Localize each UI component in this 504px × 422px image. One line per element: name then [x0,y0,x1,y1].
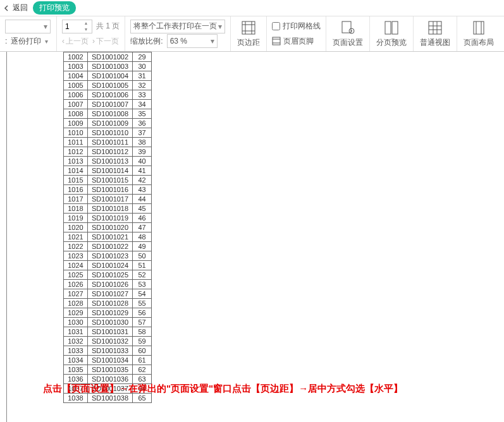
table-cell: 44 [133,195,152,204]
preview-table: 1002SD1001002291003SD1001003301004SD1001… [63,52,152,403]
table-cell: 1032 [64,337,88,346]
table-cell: 43 [133,185,152,195]
caret-down-icon: ▾ [211,37,214,45]
margins-button[interactable]: 页边距 [231,16,267,51]
table-cell: 1025 [64,270,88,280]
svg-rect-18 [474,21,484,34]
table-cell: 1023 [64,251,88,261]
table-cell: 42 [133,176,152,185]
page-break-icon [383,20,400,36]
table-row: 1012SD100101239 [64,147,152,157]
table-cell: 56 [133,308,152,318]
table-cell: 1020 [64,223,88,232]
next-page-button[interactable]: › 下一页 [92,36,119,47]
page-setup-icon [340,20,356,36]
table-cell: SD1001035 [88,365,133,375]
table-cell: SD1001009 [88,119,133,128]
table-cell: 1030 [64,318,88,327]
table-cell: 1017 [64,195,88,204]
table-row: 1004SD100100431 [64,71,152,81]
table-row: 1007SD100100734 [64,100,152,109]
page-number-input[interactable] [63,22,82,31]
table-cell: SD1001023 [88,251,133,261]
total-pages-label: 共 1 页 [96,21,120,32]
table-cell: 58 [133,327,152,337]
gridlines-checkbox[interactable] [272,22,280,30]
table-cell: 1021 [64,232,88,242]
spin-down-icon[interactable]: ▾ [82,27,90,33]
page-title-badge: 打印预览 [33,1,76,15]
table-cell: SD1001014 [88,166,133,176]
table-cell: 1011 [64,138,88,147]
table-cell: 57 [133,318,152,327]
table-row: 1025SD100102552 [64,270,152,280]
table-cell: 62 [133,365,152,375]
table-cell: 61 [133,356,152,365]
table-row: 1008SD100100835 [64,109,152,119]
table-cell: 1019 [64,214,88,223]
page-number-spinner[interactable]: ▴ ▾ [62,20,92,33]
table-cell: 41 [133,166,152,176]
page-break-label: 分页预览 [376,37,407,48]
margins-icon [240,20,257,36]
table-row: 1032SD100103259 [64,337,152,346]
table-cell: 60 [133,346,152,356]
spin-up-icon[interactable]: ▴ [82,20,90,27]
normal-view-button[interactable]: 普通视图 [414,16,457,51]
table-row: 1019SD100101946 [64,214,152,223]
svg-rect-0 [242,21,255,34]
table-cell: 1035 [64,365,88,375]
table-cell: 35 [133,109,152,119]
back-button[interactable]: 返回 [4,3,28,13]
table-cell: SD1001015 [88,176,133,185]
page-layout-label: 页面布局 [464,37,494,48]
table-cell: SD1001007 [88,100,133,109]
table-cell: SD1001019 [88,214,133,223]
table-row: 1006SD100100633 [64,90,152,100]
table-row: 1009SD100100936 [64,119,152,128]
table-cell: 1010 [64,128,88,138]
table-cell: 1013 [64,157,88,166]
table-cell: SD1001010 [88,128,133,138]
page-setup-button[interactable]: 页面设置 [326,16,370,51]
caret-down-icon[interactable]: ▾ [45,38,48,45]
page-break-preview-button[interactable]: 分页预览 [370,16,414,51]
top-bar: 返回 打印预览 [0,0,504,16]
collate-colon: : [5,37,7,45]
table-cell: 34 [133,100,152,109]
table-cell: SD1001029 [88,308,133,318]
table-cell: SD1001016 [88,185,133,195]
table-cell: 55 [133,299,152,308]
table-cell: 45 [133,204,152,214]
fit-select[interactable]: 将整个工作表打印在一页 ▾ [130,20,225,33]
table-cell: 1012 [64,147,88,157]
chevron-right-icon: › [92,37,95,45]
scaling-group: 将整个工作表打印在一页 ▾ 缩放比例: 63 % ▾ [125,16,231,51]
chevron-left-icon: ‹ [62,37,65,45]
table-cell: 1005 [64,81,88,90]
prev-page-button[interactable]: ‹ 上一页 [62,36,89,47]
table-row: 1026SD100102653 [64,280,152,289]
table-cell: 52 [133,270,152,280]
next-page-label: 下一页 [96,36,119,47]
table-cell: SD1001020 [88,223,133,232]
zoom-select[interactable]: 63 % ▾ [167,34,218,48]
page-layout-icon [470,20,487,36]
preview-area: 1002SD1001002291003SD1001003301004SD1001… [0,52,504,422]
table-cell: SD1001032 [88,337,133,346]
table-row: 1010SD100101037 [64,128,152,138]
fit-select-value: 将整个工作表打印在一页 [133,21,217,32]
svg-point-10 [351,30,352,32]
printer-select[interactable]: ▾ [5,20,51,33]
svg-rect-12 [392,21,398,34]
table-cell: 1027 [64,289,88,299]
table-row: 1011SD100101138 [64,138,152,147]
caret-down-icon: ▾ [44,22,47,31]
header-footer-button[interactable]: 页眉页脚 [272,34,321,49]
table-cell: 1007 [64,100,88,109]
table-cell: SD1001030 [88,318,133,327]
table-cell: 1022 [64,242,88,251]
page-layout-button[interactable]: 页面布局 [457,16,500,51]
table-cell: SD1001031 [88,327,133,337]
table-row: 1013SD100101340 [64,157,152,166]
